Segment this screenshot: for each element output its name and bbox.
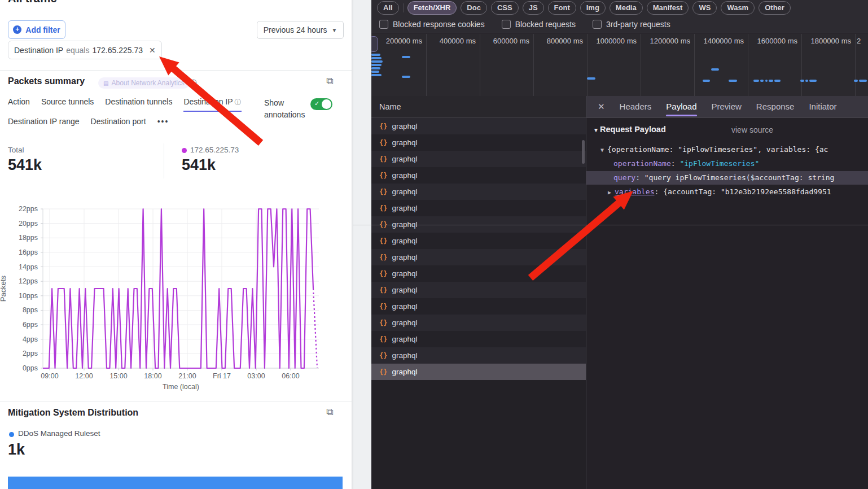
request-row[interactable]: {}graphql: [371, 134, 586, 151]
request-row[interactable]: {}graphql: [371, 298, 586, 315]
svg-text:Packets: Packets: [0, 275, 7, 302]
json-braces-icon: {}: [379, 352, 387, 360]
timeline-request-bar: [371, 57, 382, 59]
filter-pill-css[interactable]: CSS: [491, 1, 519, 15]
request-row[interactable]: {}graphql: [371, 200, 586, 216]
badge-label: About Network Analytics: [111, 79, 184, 87]
detail-tab-initiator[interactable]: Initiator: [809, 96, 836, 117]
scrollbar-thumb[interactable]: [582, 140, 585, 164]
payload-segment: :: [655, 187, 664, 196]
filter-chip[interactable]: Destination IP equals 172.65.225.73 ✕: [8, 41, 162, 59]
request-row[interactable]: {}graphql: [371, 265, 586, 282]
show-annotations-toggle[interactable]: ✓: [310, 98, 332, 110]
close-icon[interactable]: ✕: [598, 102, 605, 112]
popout-icon[interactable]: ⧉: [326, 76, 333, 87]
timeline-request-bar: [371, 67, 380, 69]
payload-content: ▼Request Payload view source ▼ {operatio…: [586, 118, 868, 489]
popout-icon[interactable]: ⧉: [326, 407, 333, 418]
time-range-label: Previous 24 hours: [264, 25, 327, 34]
request-name: graphql: [392, 138, 417, 147]
add-filter-button[interactable]: + Add filter: [8, 20, 65, 39]
request-row[interactable]: {}graphql: [371, 347, 586, 364]
svg-text:4pps: 4pps: [23, 335, 38, 343]
payload-line[interactable]: ▶ variables: {accountTag: "b12e3b2192ee5…: [586, 185, 868, 199]
request-row[interactable]: {}graphql: [371, 233, 586, 249]
filter-pill-manifest[interactable]: Manifest: [647, 1, 689, 15]
payload-line[interactable]: query: "query ipFlowTimeseries($accountT…: [586, 171, 868, 185]
svg-text:03:00: 03:00: [247, 372, 265, 380]
detail-tab-preview[interactable]: Preview: [712, 96, 742, 117]
filter-pill-js[interactable]: JS: [523, 1, 544, 15]
tab-source-tunnels[interactable]: Source tunnels: [41, 97, 94, 112]
filter-pill-img[interactable]: Img: [580, 1, 606, 15]
request-row[interactable]: {}graphql: [371, 331, 586, 347]
tab-destination-ip-range[interactable]: Destination IP range: [8, 117, 80, 126]
filter-pill-other[interactable]: Other: [759, 1, 791, 15]
stat-ip-label: 172.65.225.73: [190, 146, 239, 154]
svg-text:21:00: 21:00: [178, 372, 196, 380]
timeline-request-bar: [703, 80, 710, 82]
close-icon[interactable]: ✕: [149, 46, 156, 55]
window-edge-line: [353, 225, 868, 225]
request-payload-header[interactable]: ▼Request Payload: [593, 125, 666, 134]
payload-line[interactable]: operationName: "ipFlowTimeseries": [586, 157, 868, 171]
filter-pill-doc[interactable]: Doc: [461, 1, 487, 15]
filter-pill-media[interactable]: Media: [610, 1, 643, 15]
time-range-dropdown[interactable]: Previous 24 hours ▼: [257, 21, 344, 39]
name-column-header[interactable]: Name: [371, 96, 586, 118]
chevron-down-icon: ▼: [331, 27, 337, 33]
svg-text:12:00: 12:00: [75, 372, 93, 380]
request-name: graphql: [392, 122, 417, 130]
tab-destination-tunnels[interactable]: Destination tunnels: [105, 97, 172, 112]
filter-pill-all[interactable]: All: [377, 1, 399, 15]
checkbox-blocked-requests[interactable]: Blocked requests: [502, 20, 576, 29]
packets-summary-title: Packets summary: [8, 76, 85, 86]
request-row[interactable]: {}graphql: [371, 282, 586, 298]
request-row[interactable]: {}graphql: [371, 184, 586, 200]
request-row[interactable]: {}graphql: [371, 249, 586, 265]
payload-segment: ▶: [608, 189, 615, 195]
json-braces-icon: {}: [379, 303, 387, 311]
add-filter-label: Add filter: [25, 25, 60, 34]
network-main-area: Name {}graphql{}graphql{}graphql{}graphq…: [371, 96, 868, 489]
view-source-link[interactable]: view source: [731, 125, 773, 134]
json-braces-icon: {}: [379, 123, 387, 130]
svg-text:2pps: 2pps: [23, 350, 38, 357]
timeline-request-bar: [371, 74, 382, 76]
json-braces-icon: {}: [379, 335, 387, 343]
filter-pill-ws[interactable]: WS: [692, 1, 717, 15]
filter-pill-font[interactable]: Font: [548, 1, 576, 15]
request-row[interactable]: {}graphql: [371, 118, 586, 134]
detail-tab-headers[interactable]: Headers: [620, 96, 652, 117]
more-tabs-button[interactable]: •••: [157, 117, 169, 126]
timeline-request-bar: [800, 80, 804, 82]
about-network-analytics-badge[interactable]: ▤ About Network Analytics: [98, 77, 190, 89]
request-name: graphql: [392, 351, 417, 360]
filter-pill-fetch-xhr[interactable]: Fetch/XHR: [407, 1, 457, 15]
tab-action[interactable]: Action: [8, 97, 30, 112]
svg-text:Fri 17: Fri 17: [213, 372, 231, 380]
checkbox-label: 3rd-party requests: [606, 20, 670, 29]
json-braces-icon: {}: [379, 237, 387, 245]
payload-segment: "query ipFlowTimeseries($accountTag: str…: [645, 173, 835, 182]
checkbox-blocked-response-cookies[interactable]: Blocked response cookies: [379, 20, 485, 29]
request-row[interactable]: {}graphql: [371, 167, 586, 184]
filter-pill-wasm[interactable]: Wasm: [721, 1, 755, 15]
detail-tab-response[interactable]: Response: [756, 96, 795, 117]
network-overview-timeline[interactable]: 200000 ms400000 ms600000 ms800000 ms1000…: [371, 34, 868, 97]
stat-total-value: 541k: [8, 156, 42, 174]
request-row[interactable]: {}graphql: [371, 364, 586, 380]
request-row[interactable]: {}graphql: [371, 315, 586, 331]
filter-chip-operator: equals: [66, 46, 89, 55]
detail-tab-payload[interactable]: Payload: [666, 96, 696, 117]
timeline-request-bar: [854, 80, 858, 82]
checkbox-3rd-party-requests[interactable]: 3rd-party requests: [593, 20, 670, 29]
page-title: All traffic: [8, 0, 57, 5]
payload-line[interactable]: ▼ {operationName: "ipFlowTimeseries", va…: [586, 143, 868, 156]
mitigation-title: Mitigation System Distribution: [8, 408, 138, 418]
timeline-request-bar: [760, 80, 764, 82]
tab-destination-ip[interactable]: Destination IPⓘ: [183, 97, 241, 112]
tab-destination-port[interactable]: Destination port: [91, 117, 146, 126]
timeline-tick-label: 1600000 ms: [748, 37, 797, 45]
request-row[interactable]: {}graphql: [371, 151, 586, 167]
